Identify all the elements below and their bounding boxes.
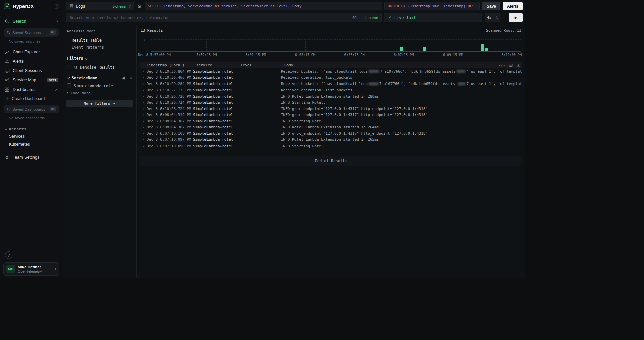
denoise-icon <box>74 65 78 69</box>
row-expand-icon[interactable]: › <box>140 119 147 123</box>
sidebar-item-team-settings[interactable]: ⚙ Team Settings <box>0 153 63 162</box>
mode-results-table[interactable]: Results Table <box>67 37 133 44</box>
more-filters-label: More filters <box>84 101 110 106</box>
histogram-bar[interactable] <box>485 48 488 51</box>
table-row[interactable]: ›Dec 8 6:10:26.724 PMSimpleLambda-rotelI… <box>140 106 522 112</box>
sidebar-item-service-map[interactable]: Service Map BETA <box>0 75 63 85</box>
refresh-interval-select[interactable]: 4s <box>485 13 500 22</box>
source-settings-button[interactable]: ⚙ <box>137 4 142 9</box>
row-expand-icon[interactable]: › <box>140 82 147 86</box>
download-icon[interactable] <box>517 63 521 67</box>
table-row[interactable]: ›Dec 8 6:07:10.096 PMSimpleLambda-rotelI… <box>140 143 522 149</box>
saved-dashboards-input[interactable] <box>12 107 48 111</box>
cell-timestamp: Dec 8 6:07:10.108 PM <box>147 131 193 136</box>
event-search[interactable]: SQL | Lucene <box>66 13 382 22</box>
preset-kubernetes[interactable]: Kubernetes <box>0 140 63 148</box>
table-row[interactable]: ›Dec 8 6:10:29.284 PMSimpleLambda-rotelR… <box>140 81 522 87</box>
row-expand-icon[interactable]: › <box>140 70 147 73</box>
sql-toggle[interactable]: SQL <box>352 16 359 20</box>
table-row[interactable]: ›Dec 8 6:10:36.864 PMSimpleLambda-rotelR… <box>140 68 522 75</box>
table-row[interactable]: ›Dec 8 6:10:36.466 PMSimpleLambda-rotelR… <box>140 75 522 81</box>
table-row[interactable]: ›Dec 8 6:10:26.726 PMSimpleLambda-rotelI… <box>140 93 522 100</box>
histogram-bar[interactable] <box>423 47 426 52</box>
help-button[interactable]: ? <box>5 251 12 259</box>
row-expand-icon[interactable]: › <box>140 88 147 92</box>
order-by[interactable]: ORDER BY (TimestampTime, Timestamp) DESC <box>384 2 480 10</box>
column-header-level[interactable]: ⋮⋮ level <box>237 63 281 67</box>
stepper-chevrons-icon[interactable] <box>496 16 498 19</box>
row-expand-icon[interactable]: › <box>140 107 147 111</box>
save-button[interactable]: Save <box>482 2 500 10</box>
shortcut-badge: ⌘K <box>50 30 56 35</box>
mode-event-patterns[interactable]: Event Patterns <box>67 44 133 51</box>
cell-timestamp: Dec 8 6:10:26.724 PM <box>147 100 193 105</box>
live-tail-button[interactable]: ⚡ Live Tail <box>384 13 482 22</box>
facet-chart-icon[interactable] <box>121 76 125 80</box>
results-histogram[interactable]: 8 Dec 8 5:57:00 PM5:59:15 PM6:01:15 PM6:… <box>140 38 521 57</box>
checkbox[interactable] <box>67 65 71 69</box>
cell-service: SimpleLambda-rotel <box>193 119 237 123</box>
load-more-label: Load more <box>71 91 91 95</box>
column-header-timestamp[interactable]: Timestamp (Local) <box>147 63 193 67</box>
table-row[interactable]: ›Dec 8 6:07:10.097 PMSimpleLambda-rotelI… <box>140 137 522 143</box>
table-row[interactable]: ›Dec 8 6:08:04.307 PMSimpleLambda-rotelI… <box>140 124 522 131</box>
saved-searches-box[interactable]: ⌘K <box>4 28 59 37</box>
refresh-icon[interactable]: ↻ <box>85 57 87 60</box>
view-source-icon[interactable]: </> <box>499 63 505 67</box>
cell-service: SimpleLambda-rotel <box>193 113 237 117</box>
lucene-toggle[interactable]: Lucene <box>365 16 378 20</box>
column-resize-grip-icon[interactable]: ⋮⋮ <box>234 64 239 67</box>
row-expand-icon[interactable]: › <box>140 125 147 129</box>
pin-icon[interactable] <box>129 76 133 80</box>
row-expand-icon[interactable]: › <box>140 101 147 104</box>
sidebar-item-chart-explorer[interactable]: Chart Explorer <box>0 47 63 57</box>
load-more-button[interactable]: Load more <box>66 90 133 96</box>
cell-service: SimpleLambda-rotel <box>193 125 237 129</box>
source-select[interactable]: Logs Schema <box>66 2 134 10</box>
column-header-service[interactable]: ⋮⋮ service <box>193 63 237 67</box>
histogram-bar[interactable] <box>481 44 484 52</box>
select-query[interactable]: SELECT Timestamp, ServiceName as service… <box>145 2 382 10</box>
table-row[interactable]: ›Dec 8 6:10:27.173 PMSimpleLambda-rotelR… <box>140 87 522 94</box>
facet-servicename[interactable]: ServiceName <box>66 74 133 82</box>
presets-toggle[interactable]: PRESETS <box>0 124 63 132</box>
sidebar-collapse-icon[interactable] <box>54 4 59 9</box>
checkbox[interactable] <box>67 83 71 88</box>
row-expand-icon[interactable]: › <box>140 95 147 98</box>
saved-searches-input[interactable] <box>12 31 48 35</box>
cell-body: Received buckets: ['aws-cloudtrail-logs … <box>281 69 522 74</box>
row-expand-icon[interactable]: › <box>140 132 147 135</box>
table-row[interactable]: ›Dec 8 6:08:04.319 PMSimpleLambda-rotelI… <box>140 112 522 118</box>
shortcut-badge: ⌘K <box>50 107 56 111</box>
column-resize-grip-icon[interactable]: ⋮⋮ <box>190 64 194 67</box>
table-row[interactable]: ›Dec 8 6:10:26.724 PMSimpleLambda-rotelI… <box>140 100 522 106</box>
cell-body: INFO Rotel Lambda Extension started in 2… <box>281 94 522 99</box>
row-expand-icon[interactable]: › <box>140 144 147 148</box>
table-row[interactable]: ›Dec 8 6:08:04.307 PMSimpleLambda-rotelI… <box>140 118 522 124</box>
preset-services[interactable]: Services <box>0 132 63 140</box>
sidebar-item-client-sessions[interactable]: Client Sessions <box>0 66 63 75</box>
row-expand-icon[interactable]: › <box>140 76 147 79</box>
create-dashboard-button[interactable]: Create Dashboard <box>0 94 63 103</box>
row-expand-icon[interactable]: › <box>140 113 147 117</box>
facet-option-simplelambda-rotel[interactable]: SimpleLambda-rotel <box>66 82 133 90</box>
sidebar-item-alerts[interactable]: Alerts <box>0 57 63 66</box>
saved-dashboards-box[interactable]: ⌘K <box>4 105 59 113</box>
column-header-body[interactable]: ⋮⋮ Body </> <box>281 63 522 67</box>
denoise-checkbox-row[interactable]: Denoise Results <box>66 63 133 71</box>
user-menu[interactable]: MH Mike Heffner OpenTelemetry <box>3 262 59 276</box>
chevron-down-icon <box>113 102 116 104</box>
run-query-button[interactable]: ▶ <box>509 13 523 22</box>
sidebar-item-search[interactable]: Search <box>0 17 63 26</box>
sidebar-item-dashboards[interactable]: Dashboards <box>0 85 63 94</box>
alerts-button[interactable]: Alerts <box>503 2 523 10</box>
event-search-input[interactable] <box>70 15 350 20</box>
more-filters-button[interactable]: More filters <box>66 100 133 107</box>
logo-row: HyperDX <box>0 0 63 13</box>
column-settings-icon[interactable] <box>509 63 513 67</box>
column-resize-grip-icon[interactable]: ⋮⋮ <box>278 64 282 67</box>
schema-link[interactable]: Schema <box>113 4 126 8</box>
histogram-bar[interactable] <box>400 47 403 52</box>
table-row[interactable]: ›Dec 8 6:07:10.108 PMSimpleLambda-rotelI… <box>140 130 522 137</box>
row-expand-icon[interactable]: › <box>140 138 147 141</box>
